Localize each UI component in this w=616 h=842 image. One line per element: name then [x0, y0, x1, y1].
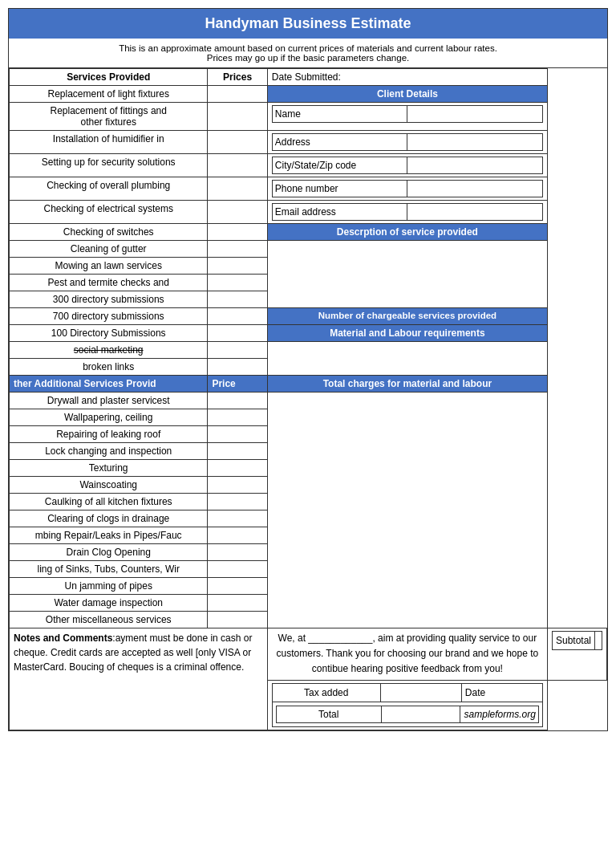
- service-item: Repairing of leaking roof: [10, 426, 208, 443]
- price-cell: [208, 359, 267, 376]
- page-title: Handyman Business Estimate: [9, 9, 607, 39]
- client-phone-row: Phone number: [267, 177, 547, 201]
- page-container: Handyman Business Estimate This is an ap…: [8, 8, 608, 731]
- subtotal-label: Subtotal: [552, 632, 594, 650]
- price-cell: [208, 544, 267, 561]
- table-row: Checking of electrical systems Email add…: [10, 201, 607, 224]
- service-item: Caulking of all kitchen fixtures: [10, 494, 208, 510]
- table-row: Replacement of fittings andother fixture…: [10, 103, 607, 131]
- service-item: Clearing of clogs in drainage: [10, 510, 208, 527]
- price-cell: [208, 258, 267, 275]
- price-cell: [208, 460, 267, 477]
- service-item: Un jamming of pipes: [10, 578, 208, 595]
- subtotal-cell: Subtotal: [547, 628, 606, 681]
- material-labour-area: [267, 342, 547, 376]
- price-header: Price: [208, 376, 267, 393]
- service-item: 700 directory submissions: [10, 308, 208, 325]
- price-cell: [208, 103, 267, 131]
- sampleforms-label: sampleforms.org: [460, 706, 538, 722]
- service-item: Drain Clog Opening: [10, 544, 208, 561]
- col-prices-header: Prices: [208, 69, 267, 86]
- price-cell: [208, 177, 267, 201]
- price-cell: [208, 131, 267, 154]
- date-label: Date: [461, 683, 542, 702]
- table-row: Checking of overall plumbing Phone numbe…: [10, 177, 607, 201]
- service-item: Lock changing and inspection: [10, 443, 208, 460]
- service-item: Checking of overall plumbing: [10, 177, 208, 201]
- price-cell: [208, 510, 267, 527]
- subtotal-value: [595, 632, 602, 650]
- service-item: Mowing an lawn services: [10, 258, 208, 275]
- price-cell: [208, 342, 267, 359]
- table-row: 100 Directory Submissions Material and L…: [10, 325, 607, 342]
- service-item: social marketing: [10, 342, 208, 359]
- table-row: Checking of switches Descrption of servi…: [10, 224, 607, 241]
- service-item: Checking of electrical systems: [10, 201, 208, 224]
- table-row: Replacement of light fixtures Client Det…: [10, 86, 607, 103]
- price-cell: [208, 443, 267, 460]
- service-item: Setting up for security solutions: [10, 154, 208, 177]
- price-cell: [208, 527, 267, 544]
- price-cell: [208, 409, 267, 426]
- total-charges-area: [267, 393, 547, 628]
- main-table: Services Provided Prices Date Submitted:…: [9, 68, 607, 730]
- client-name-row: Name: [267, 103, 547, 131]
- service-item: Water damage inspection: [10, 595, 208, 612]
- service-item: Cleaning of gutter: [10, 241, 208, 258]
- description-area: [267, 241, 547, 308]
- tax-label: Tax added: [272, 683, 380, 702]
- price-cell: [208, 308, 267, 325]
- closing-text-cell: We, at ____________, aim at providing qu…: [267, 628, 547, 681]
- service-item: Pest and termite checks and: [10, 275, 208, 291]
- price-cell: [208, 291, 267, 308]
- client-city-row: City/State/Zip code: [267, 154, 547, 177]
- price-cell: [208, 86, 267, 103]
- price-cell: [208, 578, 267, 595]
- num-chargeable-header: Number of chargeable services provided: [267, 308, 547, 325]
- total-row-cell: Total sampleforms.org: [272, 702, 542, 726]
- service-item: Checking of switches: [10, 224, 208, 241]
- material-labour-header: Material and Labour requirements: [267, 325, 547, 342]
- service-item: Replacement of light fixtures: [10, 86, 208, 103]
- price-cell: [208, 325, 267, 342]
- service-item: broken links: [10, 359, 208, 376]
- additional-services-header: ther Additional Services Provid: [10, 376, 208, 393]
- price-cell: [208, 595, 267, 612]
- service-item: Wallpapering, ceiling: [10, 409, 208, 426]
- service-item: mbing Repair/Leaks in Pipes/Fauc: [10, 527, 208, 544]
- price-cell: [208, 201, 267, 224]
- service-item: ling of Sinks, Tubs, Counters, Wir: [10, 561, 208, 578]
- subtitle: This is an approximate amount based on c…: [9, 39, 607, 68]
- additional-services-header-row: ther Additional Services Provid Price To…: [10, 376, 607, 393]
- table-row: Cleaning of gutter: [10, 241, 607, 258]
- price-cell: [208, 612, 267, 628]
- service-item: 100 Directory Submissions: [10, 325, 208, 342]
- price-cell: [208, 224, 267, 241]
- service-item: Drywall and plaster servicest: [10, 393, 208, 409]
- notes-cell: Notes and Comments:ayment must be done i…: [10, 628, 268, 730]
- price-cell: [208, 275, 267, 291]
- price-cell: [208, 154, 267, 177]
- service-item: Installation of humidifier in: [10, 131, 208, 154]
- price-cell: [208, 477, 267, 494]
- service-item: 300 directory submissions: [10, 291, 208, 308]
- client-address-row: Address: [267, 131, 547, 154]
- service-item: Other miscellaneous services: [10, 612, 208, 628]
- price-cell: [208, 241, 267, 258]
- service-item: Wainscoating: [10, 477, 208, 494]
- col-services-header: Services Provided: [10, 69, 208, 86]
- price-cell: [208, 561, 267, 578]
- date-submitted-cell: Date Submitted:: [267, 69, 547, 86]
- client-details-header: Client Details: [267, 86, 547, 103]
- table-row: Setting up for security solutions City/S…: [10, 154, 607, 177]
- total-charges-header: Total charges for material and labour: [267, 376, 547, 393]
- table-row: Drywall and plaster servicest: [10, 393, 607, 409]
- total-label: Total: [276, 706, 381, 722]
- description-header: Descrption of service provided: [267, 224, 547, 241]
- tax-cell: Tax added Date Total sampleforms.org: [267, 680, 547, 730]
- table-row: 700 directory submissions Number of char…: [10, 308, 607, 325]
- price-cell: [208, 494, 267, 510]
- service-item: Replacement of fittings andother fixture…: [10, 103, 208, 131]
- tax-value: [380, 683, 461, 702]
- table-row: social marketing: [10, 342, 607, 359]
